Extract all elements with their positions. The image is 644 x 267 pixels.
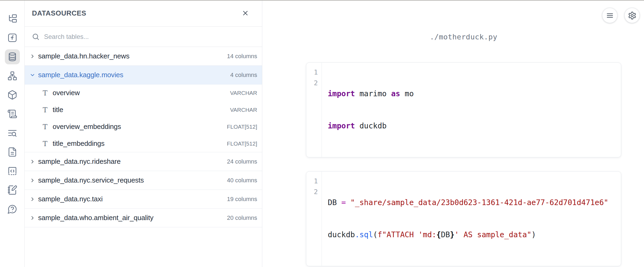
column-name: overview_embeddings [53, 123, 222, 131]
datasources-panel: DATASOURCES sample_data.hn.hacker_news 1… [25, 0, 262, 267]
table-name: sample_data.nyc.service_requests [38, 176, 224, 184]
column-name: title_embeddings [53, 139, 222, 148]
notebook-filename: ./motherduck.py [306, 33, 621, 41]
logs-button[interactable] [5, 125, 20, 140]
help-button[interactable] [5, 202, 20, 217]
file-explorer-button[interactable] [5, 11, 20, 26]
table-row-kaggle-movies[interactable]: sample_data.kaggle.movies 4 columns [25, 66, 262, 84]
datasources-panel-header: DATASOURCES [25, 0, 262, 27]
table-column-count: 20 columns [224, 214, 257, 221]
code-line: import duckdb [328, 121, 617, 131]
table-search-row [25, 27, 262, 47]
code-snippet-icon [7, 166, 17, 176]
packages-button[interactable] [5, 87, 20, 102]
line-number-gutter: 1 2 [306, 172, 322, 266]
table-column-count: 40 columns [224, 177, 257, 184]
documentation-button[interactable] [5, 144, 20, 160]
panel-title: DATASOURCES [32, 9, 86, 17]
app-window: DATASOURCES sample_data.hn.hacker_news 1… [0, 0, 644, 267]
chevron-right-icon [30, 196, 35, 202]
table-row-hacker-news[interactable]: sample_data.hn.hacker_news 14 columns [25, 47, 262, 66]
sitemap-icon [7, 71, 17, 81]
scratchpad-button[interactable] [5, 183, 20, 198]
table-name: sample_data.nyc.rideshare [38, 157, 224, 166]
chevron-right-icon [30, 215, 35, 221]
settings-button[interactable] [624, 8, 640, 23]
datasources-button[interactable] [5, 49, 20, 64]
chevron-right-icon [30, 177, 35, 183]
column-name: overview [53, 89, 225, 97]
document-icon [7, 147, 17, 157]
column-row-overview[interactable]: T overview VARCHAR [25, 84, 262, 101]
column-type: FLOAT[512] [227, 140, 257, 147]
line-number: 2 [306, 187, 318, 197]
code-line: duckdb.sql(f"ATTACH 'md:{DB}' AS sample_… [328, 229, 617, 240]
chevron-down-icon [30, 72, 35, 78]
code-editor[interactable]: import marimo as mo import duckdb [322, 63, 621, 157]
outline-button[interactable] [5, 106, 20, 121]
table-row-taxi[interactable]: sample_data.nyc.taxi 19 columns [25, 190, 262, 209]
scratchpad-icon [7, 185, 17, 195]
chevron-right-icon [30, 159, 35, 165]
column-row-title[interactable]: T title VARCHAR [25, 101, 262, 118]
dependencies-button[interactable] [5, 68, 20, 83]
table-row-service-requests[interactable]: sample_data.nyc.service_requests 40 colu… [25, 171, 262, 190]
column-name: title [53, 106, 225, 114]
table-row-rideshare[interactable]: sample_data.nyc.rideshare 24 columns [25, 152, 262, 171]
table-column-count: 14 columns [224, 53, 257, 60]
kaggle-movies-columns: T overview VARCHAR T title VARCHAR T ove… [25, 84, 262, 152]
help-icon [7, 204, 17, 214]
scroll-icon [7, 109, 17, 119]
code-line: DB = "_share/sample_data/23b0d623-1361-4… [328, 197, 617, 208]
column-row-overview-embeddings[interactable]: T overview_embeddings FLOAT[512] [25, 118, 262, 135]
table-name: sample_data.nyc.taxi [38, 195, 224, 203]
notebook-area: ./motherduck.py 1 2 import marimo as mo … [262, 0, 644, 267]
table-name: sample_data.kaggle.movies [38, 71, 227, 79]
code-cell-attach-db[interactable]: 1 2 DB = "_share/sample_data/23b0d623-13… [306, 171, 621, 266]
gear-icon [628, 11, 636, 20]
code-cell-imports[interactable]: 1 2 import marimo as mo import duckdb [306, 62, 621, 157]
line-number: 1 [306, 67, 318, 78]
table-column-count: 24 columns [224, 158, 257, 165]
table-column-count: 19 columns [224, 196, 257, 203]
line-number-gutter: 1 2 [306, 63, 322, 157]
notebook-column: ./motherduck.py 1 2 import marimo as mo … [306, 0, 621, 267]
table-name: sample_data.hn.hacker_news [38, 52, 224, 60]
close-panel-button[interactable] [239, 7, 251, 19]
chevron-right-icon [30, 53, 35, 59]
column-type: VARCHAR [230, 90, 257, 96]
table-column-count: 4 columns [227, 72, 257, 79]
column-type: FLOAT[512] [227, 124, 257, 130]
search-icon [32, 33, 40, 41]
search-tables-input[interactable] [44, 33, 256, 40]
table-name: sample_data.who.ambient_air_quality [38, 214, 224, 222]
text-type-icon: T [42, 89, 48, 97]
function-square-icon [7, 33, 17, 43]
text-type-icon: T [42, 106, 48, 114]
close-icon [242, 9, 249, 17]
text-type-icon: T [42, 140, 48, 148]
cube-icon [7, 90, 17, 100]
code-editor[interactable]: DB = "_share/sample_data/23b0d623-1361-4… [322, 172, 621, 266]
code-line: import marimo as mo [328, 88, 617, 99]
column-type: VARCHAR [230, 107, 257, 113]
database-icon [7, 52, 17, 62]
snippets-button[interactable] [5, 164, 20, 179]
folder-tree-icon [7, 14, 17, 24]
table-list: sample_data.hn.hacker_news 14 columns sa… [25, 47, 262, 267]
line-number: 1 [306, 176, 318, 187]
list-search-icon [7, 128, 17, 138]
line-number: 2 [306, 78, 318, 88]
left-icon-rail [0, 0, 25, 267]
text-type-icon: T [42, 123, 48, 131]
column-row-title-embeddings[interactable]: T title_embeddings FLOAT[512] [25, 135, 262, 152]
variables-button[interactable] [5, 30, 20, 45]
table-row-ambient-air-quality[interactable]: sample_data.who.ambient_air_quality 20 c… [25, 209, 262, 227]
